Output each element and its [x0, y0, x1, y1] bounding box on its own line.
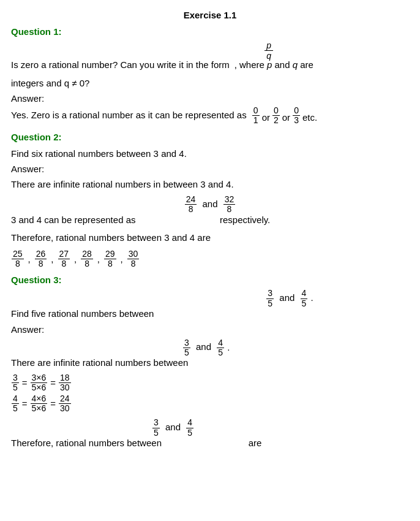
q1-answer-text: Yes. Zero is a rational number as it can…	[11, 110, 247, 120]
frac-0-3: 0 3	[293, 106, 300, 126]
q2-line4: Therefore, rational numbers between 3 an…	[11, 230, 409, 246]
period2: .	[227, 341, 230, 352]
q2-rep-line: 24 8 and 32 8 3 and 4 can be represented…	[11, 195, 409, 227]
or1: or	[262, 110, 270, 126]
q-var: q	[293, 59, 298, 70]
and-text-4: and	[165, 422, 181, 432]
p-numerator: p	[264, 40, 273, 51]
q1-line1: Is zero a rational number? Can you write…	[11, 57, 409, 73]
q3-line1-prefix: Find five rational numbers between	[11, 308, 154, 319]
q1-answer: Yes. Zero is a rational number as it can…	[11, 106, 409, 126]
frac-28-8: 28 8	[81, 249, 93, 269]
comma1: ,	[28, 254, 31, 264]
frac-24-8: 24 8	[185, 195, 197, 215]
exercise-title: Exercise 1.1	[11, 10, 409, 20]
question-3-section: Question 3: 3 5 and 4 5 . Find five rati…	[11, 275, 409, 451]
frac-0-1: 0 1	[252, 106, 260, 126]
q3-line2-prefix: There are infinite rational numbers betw…	[11, 357, 188, 368]
q1-answer-label: Answer:	[11, 93, 409, 104]
q2-line1: Find six rational numbers between 3 and …	[11, 146, 409, 162]
frac-32-8: 32 8	[223, 195, 236, 215]
eq-sign-3: =	[22, 398, 28, 409]
comma5: ,	[121, 254, 123, 264]
p-var: p	[267, 59, 272, 70]
eq-sign-4: =	[50, 398, 56, 409]
and-text-3: and	[196, 341, 211, 352]
eq-sign-2: =	[50, 378, 56, 388]
q3-line2: There are infinite rational numbers betw…	[11, 355, 409, 371]
frac-3x6-5x6: 3×6 5×6	[31, 373, 48, 393]
q3-eq1: 3 5 = 3×6 5×6 = 18 30	[11, 373, 409, 393]
q1-line2: integers and q ≠ 0?	[11, 75, 409, 91]
frac-3-5-eq: 3 5	[12, 373, 19, 393]
q2-line2: There are infinite rational numbers in b…	[11, 177, 409, 192]
and-text-1: and	[202, 199, 217, 209]
frac-27-8: 27 8	[58, 249, 70, 269]
frac-24-30: 24 30	[59, 394, 71, 414]
eq-sign-1: =	[22, 378, 28, 388]
q3-line1: Find five rational numbers between	[11, 306, 409, 322]
frac-18-30: 18 30	[59, 373, 71, 393]
or2: or	[282, 110, 290, 126]
comma4: ,	[97, 254, 100, 264]
q3-label: Question 3:	[11, 275, 409, 285]
frac-4-5-b: 4 5	[217, 338, 224, 358]
frac-25-8: 25 8	[12, 249, 24, 269]
frac-4-5-eq: 4 5	[12, 394, 19, 414]
comma3: ,	[74, 254, 77, 264]
q2-answer-label: Answer:	[11, 164, 409, 174]
comma2: ,	[51, 254, 53, 264]
q2-answer-fracs: 25 8 , 26 8 , 27 8 , 28 8 , 29 8 , 30 8	[11, 249, 409, 269]
q2-line3-prefix: 3 and 4 can be represented as	[11, 215, 135, 225]
frac-30-8: 30 8	[127, 249, 140, 269]
question-2-section: Question 2: Find six rational numbers be…	[11, 132, 409, 269]
question-1-section: Question 1: p q Is zero a rational numbe…	[11, 26, 409, 126]
q3-line3: Therefore, rational numbers between are	[11, 435, 409, 451]
frac-29-8: 29 8	[104, 249, 116, 269]
q3-answer-label: Answer:	[11, 324, 409, 335]
q2-line3-suffix: respectively.	[220, 215, 270, 225]
frac-4-5-a: 4 5	[301, 289, 308, 308]
etc-text: etc.	[302, 110, 317, 126]
q3-line3-prefix: Therefore, rational numbers between	[11, 438, 162, 448]
q3-eq2: 4 5 = 4×6 5×6 = 24 30	[11, 394, 409, 414]
frac-0-2: 0 2	[272, 106, 280, 126]
q3-line3-suffix: are	[249, 438, 262, 448]
frac-26-8: 26 8	[35, 249, 47, 269]
q1-label: Question 1:	[11, 26, 409, 37]
and-text-2: and	[279, 292, 294, 303]
q2-label: Question 2:	[11, 132, 409, 142]
frac-4x6-5x6: 4×6 5×6	[31, 394, 48, 414]
period1: .	[310, 292, 313, 303]
frac-3-5-a: 3 5	[266, 289, 274, 308]
